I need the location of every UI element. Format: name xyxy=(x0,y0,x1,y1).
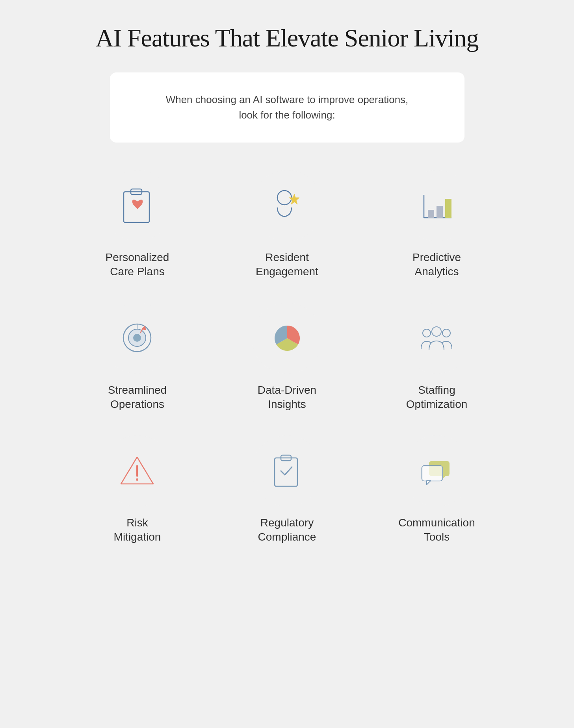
feature-predictive-analytics: PredictiveAnalytics xyxy=(370,170,504,279)
features-grid: PersonalizedCare Plans ResidentEngagemen… xyxy=(71,170,504,544)
personalized-care-plans-icon xyxy=(120,186,155,225)
feature-label-regulatory-compliance: RegulatoryCompliance xyxy=(258,516,316,545)
svg-point-17 xyxy=(432,327,441,336)
communication-tools-icon xyxy=(418,453,455,489)
feature-label-personalized-care-plans: PersonalizedCare Plans xyxy=(106,250,169,279)
icon-circle-streamlined-operations xyxy=(102,303,173,374)
icon-circle-personalized-care-plans xyxy=(102,170,173,241)
icon-circle-communication-tools xyxy=(401,435,472,506)
feature-data-driven-insights: Data-DrivenInsights xyxy=(220,303,354,412)
feature-label-predictive-analytics: PredictiveAnalytics xyxy=(412,250,461,279)
svg-point-19 xyxy=(442,329,450,337)
svg-point-12 xyxy=(133,334,141,342)
icon-circle-resident-engagement xyxy=(252,170,323,241)
feature-label-communication-tools: CommunicationTools xyxy=(398,516,475,545)
resident-engagement-icon xyxy=(269,186,305,225)
feature-label-resident-engagement: ResidentEngagement xyxy=(256,250,318,279)
regulatory-compliance-icon xyxy=(271,452,303,489)
page-title: AI Features That Elevate Senior Living xyxy=(95,24,478,53)
intro-text: When choosing an AI software to improve … xyxy=(157,92,417,123)
data-driven-insights-icon xyxy=(269,320,305,356)
icon-circle-staffing-optimization xyxy=(401,303,472,374)
svg-rect-6 xyxy=(428,210,434,218)
icon-circle-data-driven-insights xyxy=(252,303,323,374)
svg-rect-28 xyxy=(422,466,442,481)
feature-label-streamlined-operations: StreamlinedOperations xyxy=(108,383,167,412)
feature-communication-tools: CommunicationTools xyxy=(370,435,504,545)
feature-label-risk-mitigation: RiskMitigation xyxy=(114,516,161,545)
svg-rect-8 xyxy=(445,199,451,218)
feature-resident-engagement: ResidentEngagement xyxy=(220,170,354,279)
svg-point-18 xyxy=(423,329,431,337)
svg-rect-23 xyxy=(275,458,297,486)
svg-rect-7 xyxy=(437,206,443,218)
icon-circle-predictive-analytics xyxy=(401,170,472,241)
feature-staffing-optimization: StaffingOptimization xyxy=(370,303,504,412)
staffing-optimization-icon xyxy=(418,320,455,356)
feature-risk-mitigation: RiskMitigation xyxy=(71,435,204,545)
feature-streamlined-operations: StreamlinedOperations xyxy=(71,303,204,412)
feature-personalized-care-plans: PersonalizedCare Plans xyxy=(71,170,204,279)
risk-mitigation-icon xyxy=(119,453,156,489)
icon-circle-regulatory-compliance xyxy=(252,435,323,506)
predictive-analytics-icon xyxy=(419,187,455,224)
streamlined-operations-icon xyxy=(119,319,156,357)
svg-point-22 xyxy=(136,478,138,481)
icon-circle-risk-mitigation xyxy=(102,435,173,506)
feature-regulatory-compliance: RegulatoryCompliance xyxy=(220,435,354,545)
intro-box: When choosing an AI software to improve … xyxy=(110,72,464,143)
feature-label-staffing-optimization: StaffingOptimization xyxy=(406,383,468,412)
feature-label-data-driven-insights: Data-DrivenInsights xyxy=(258,383,316,412)
